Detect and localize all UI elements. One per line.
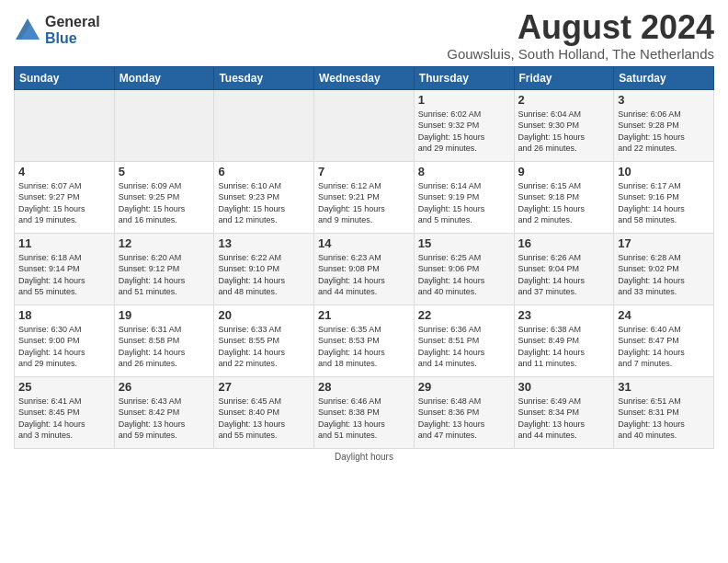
calendar-cell: 8Sunrise: 6:14 AMSunset: 9:19 PMDaylight… [414, 161, 514, 233]
logo-blue: Blue [45, 30, 100, 47]
day-info: Sunrise: 6:12 AMSunset: 9:21 PMDaylight:… [318, 180, 410, 226]
day-info: Sunrise: 6:09 AMSunset: 9:25 PMDaylight:… [119, 180, 210, 226]
day-number: 4 [18, 165, 110, 178]
calendar-cell: 13Sunrise: 6:22 AMSunset: 9:10 PMDayligh… [214, 233, 314, 304]
day-number: 15 [418, 236, 510, 250]
calendar-cell: 18Sunrise: 6:30 AMSunset: 9:00 PMDayligh… [15, 304, 115, 376]
header: General Blue August 2024 Gouwsluis, Sout… [14, 9, 714, 62]
day-number: 16 [518, 236, 610, 250]
day-info: Sunrise: 6:25 AMSunset: 9:06 PMDaylight:… [418, 252, 510, 298]
location: Gouwsluis, South Holland, The Netherland… [447, 46, 714, 62]
calendar-cell: 2Sunrise: 6:04 AMSunset: 9:30 PMDaylight… [514, 89, 614, 161]
header-cell-sunday: Sunday [15, 66, 115, 89]
calendar-cell: 20Sunrise: 6:33 AMSunset: 8:55 PMDayligh… [214, 304, 314, 376]
day-info: Sunrise: 6:14 AMSunset: 9:19 PMDaylight:… [418, 180, 510, 226]
calendar-cell: 5Sunrise: 6:09 AMSunset: 9:25 PMDaylight… [114, 161, 214, 233]
header-cell-friday: Friday [514, 66, 614, 89]
calendar-cell: 14Sunrise: 6:23 AMSunset: 9:08 PMDayligh… [314, 233, 415, 304]
calendar-cell: 26Sunrise: 6:43 AMSunset: 8:42 PMDayligh… [114, 376, 214, 448]
day-info: Sunrise: 6:20 AMSunset: 9:12 PMDaylight:… [119, 252, 210, 298]
calendar-cell [15, 89, 115, 161]
calendar-cell: 25Sunrise: 6:41 AMSunset: 8:45 PMDayligh… [15, 376, 115, 448]
day-number: 18 [18, 308, 110, 322]
day-number: 29 [418, 380, 510, 394]
day-info: Sunrise: 6:28 AMSunset: 9:02 PMDaylight:… [618, 252, 710, 298]
day-info: Sunrise: 6:35 AMSunset: 8:53 PMDaylight:… [318, 324, 410, 370]
calendar-cell: 15Sunrise: 6:25 AMSunset: 9:06 PMDayligh… [414, 233, 514, 304]
footer-note: Daylight hours [14, 452, 714, 462]
day-info: Sunrise: 6:23 AMSunset: 9:08 PMDaylight:… [318, 252, 410, 298]
calendar-cell: 11Sunrise: 6:18 AMSunset: 9:14 PMDayligh… [15, 233, 115, 304]
week-row-4: 18Sunrise: 6:30 AMSunset: 9:00 PMDayligh… [15, 304, 714, 376]
calendar-cell: 17Sunrise: 6:28 AMSunset: 9:02 PMDayligh… [614, 233, 714, 304]
day-info: Sunrise: 6:43 AMSunset: 8:42 PMDaylight:… [119, 396, 210, 442]
day-info: Sunrise: 6:33 AMSunset: 8:55 PMDaylight:… [218, 324, 310, 370]
calendar-cell: 28Sunrise: 6:46 AMSunset: 8:38 PMDayligh… [314, 376, 415, 448]
day-info: Sunrise: 6:46 AMSunset: 8:38 PMDaylight:… [318, 396, 410, 442]
calendar-cell: 29Sunrise: 6:48 AMSunset: 8:36 PMDayligh… [414, 376, 514, 448]
day-number: 24 [618, 308, 710, 322]
day-info: Sunrise: 6:06 AMSunset: 9:28 PMDaylight:… [618, 109, 710, 155]
calendar-cell [114, 89, 214, 161]
day-number: 1 [418, 93, 510, 107]
day-info: Sunrise: 6:51 AMSunset: 8:31 PMDaylight:… [618, 396, 710, 442]
day-info: Sunrise: 6:31 AMSunset: 8:58 PMDaylight:… [119, 324, 210, 370]
calendar-cell: 21Sunrise: 6:35 AMSunset: 8:53 PMDayligh… [314, 304, 415, 376]
day-number: 3 [618, 93, 710, 107]
header-cell-tuesday: Tuesday [214, 66, 314, 89]
day-number: 25 [18, 380, 110, 394]
day-info: Sunrise: 6:22 AMSunset: 9:10 PMDaylight:… [218, 252, 310, 298]
day-number: 9 [518, 165, 610, 178]
day-info: Sunrise: 6:40 AMSunset: 8:47 PMDaylight:… [618, 324, 710, 370]
calendar-cell: 23Sunrise: 6:38 AMSunset: 8:49 PMDayligh… [514, 304, 614, 376]
week-row-2: 4Sunrise: 6:07 AMSunset: 9:27 PMDaylight… [15, 161, 714, 233]
day-number: 22 [418, 308, 510, 322]
month-year: August 2024 [447, 9, 714, 46]
day-number: 31 [618, 380, 710, 394]
calendar-cell: 4Sunrise: 6:07 AMSunset: 9:27 PMDaylight… [15, 161, 115, 233]
day-info: Sunrise: 6:18 AMSunset: 9:14 PMDaylight:… [18, 252, 110, 298]
calendar-cell [314, 89, 415, 161]
main-container: General Blue August 2024 Gouwsluis, Sout… [0, 0, 728, 466]
calendar-cell: 1Sunrise: 6:02 AMSunset: 9:32 PMDaylight… [414, 89, 514, 161]
calendar-cell: 6Sunrise: 6:10 AMSunset: 9:23 PMDaylight… [214, 161, 314, 233]
day-info: Sunrise: 6:26 AMSunset: 9:04 PMDaylight:… [518, 252, 610, 298]
calendar-cell: 16Sunrise: 6:26 AMSunset: 9:04 PMDayligh… [514, 233, 614, 304]
logo-general: General [45, 14, 100, 30]
week-row-3: 11Sunrise: 6:18 AMSunset: 9:14 PMDayligh… [15, 233, 714, 304]
day-number: 8 [418, 165, 510, 178]
logo-icon [14, 17, 41, 44]
day-info: Sunrise: 6:10 AMSunset: 9:23 PMDaylight:… [218, 180, 310, 226]
day-number: 6 [218, 165, 310, 178]
day-info: Sunrise: 6:49 AMSunset: 8:34 PMDaylight:… [518, 396, 610, 442]
day-info: Sunrise: 6:15 AMSunset: 9:18 PMDaylight:… [518, 180, 610, 226]
day-number: 21 [318, 308, 410, 322]
calendar-cell: 12Sunrise: 6:20 AMSunset: 9:12 PMDayligh… [114, 233, 214, 304]
day-number: 27 [218, 380, 310, 394]
day-number: 28 [318, 380, 410, 394]
calendar-cell [214, 89, 314, 161]
day-info: Sunrise: 6:17 AMSunset: 9:16 PMDaylight:… [618, 180, 710, 226]
calendar-cell: 10Sunrise: 6:17 AMSunset: 9:16 PMDayligh… [614, 161, 714, 233]
calendar-cell: 27Sunrise: 6:45 AMSunset: 8:40 PMDayligh… [214, 376, 314, 448]
header-row: SundayMondayTuesdayWednesdayThursdayFrid… [15, 66, 714, 89]
day-number: 17 [618, 236, 710, 250]
day-info: Sunrise: 6:48 AMSunset: 8:36 PMDaylight:… [418, 396, 510, 442]
calendar-cell: 30Sunrise: 6:49 AMSunset: 8:34 PMDayligh… [514, 376, 614, 448]
calendar-cell: 9Sunrise: 6:15 AMSunset: 9:18 PMDaylight… [514, 161, 614, 233]
day-number: 2 [518, 93, 610, 107]
calendar-cell: 7Sunrise: 6:12 AMSunset: 9:21 PMDaylight… [314, 161, 415, 233]
day-info: Sunrise: 6:38 AMSunset: 8:49 PMDaylight:… [518, 324, 610, 370]
week-row-1: 1Sunrise: 6:02 AMSunset: 9:32 PMDaylight… [15, 89, 714, 161]
day-number: 26 [119, 380, 210, 394]
day-info: Sunrise: 6:02 AMSunset: 9:32 PMDaylight:… [418, 109, 510, 155]
day-number: 14 [318, 236, 410, 250]
day-number: 20 [218, 308, 310, 322]
calendar-cell: 24Sunrise: 6:40 AMSunset: 8:47 PMDayligh… [614, 304, 714, 376]
day-info: Sunrise: 6:36 AMSunset: 8:51 PMDaylight:… [418, 324, 510, 370]
week-row-5: 25Sunrise: 6:41 AMSunset: 8:45 PMDayligh… [15, 376, 714, 448]
calendar-cell: 3Sunrise: 6:06 AMSunset: 9:28 PMDaylight… [614, 89, 714, 161]
day-info: Sunrise: 6:30 AMSunset: 9:00 PMDaylight:… [18, 324, 110, 370]
day-number: 11 [18, 236, 110, 250]
day-number: 19 [119, 308, 210, 322]
